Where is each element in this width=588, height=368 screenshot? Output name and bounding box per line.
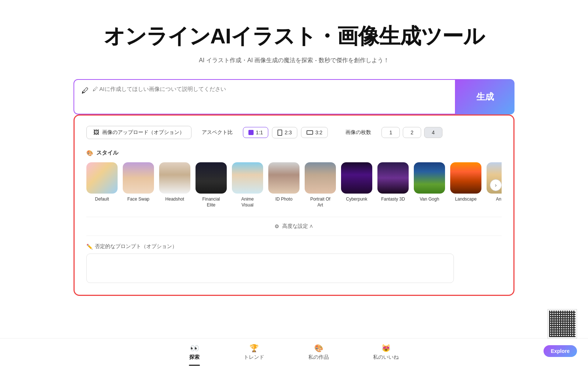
style-thumb-image-fantasy3d xyxy=(377,162,409,194)
style-header: 🎨 スタイル xyxy=(86,149,502,156)
myworks-nav-icon: 🎨 xyxy=(314,344,323,353)
aspect-1-1-label: 1:1 xyxy=(256,130,263,135)
style-item-anime-visual[interactable]: AnimeVisual xyxy=(232,162,263,208)
upload-label: 画像のアップロード（オプション） xyxy=(102,129,184,136)
trending-nav-icon: 🏆 xyxy=(250,344,259,353)
count-4-button[interactable]: 4 xyxy=(424,127,442,138)
style-item-portrait-label: Portrait OfArt xyxy=(310,197,330,208)
style-thumb-image-portrait xyxy=(305,162,336,194)
style-thumb-headshot xyxy=(159,162,190,194)
qr-code-image xyxy=(549,311,576,337)
style-item-faceswap-label: Face Swap xyxy=(127,197,149,202)
nav-item-explore[interactable]: 👀 探索 xyxy=(189,344,200,361)
prompt-input[interactable] xyxy=(93,86,448,108)
style-thumb-image-vangogh xyxy=(414,162,445,194)
nav-item-trending[interactable]: 🏆 トレンド xyxy=(244,344,264,361)
image-count-label: 画像の枚数 xyxy=(345,129,371,136)
style-thumb-fantasy3d xyxy=(377,162,409,194)
style-scroll-right-button[interactable]: › xyxy=(490,179,502,191)
style-thumb-financial xyxy=(196,162,227,194)
style-thumb-faceswap xyxy=(123,162,154,194)
upload-button[interactable]: 🖼 画像のアップロード（オプション） xyxy=(86,126,191,139)
upload-icon: 🖼 xyxy=(93,129,99,136)
negative-prompt-label: ✏️ 否定的なプロンプト（オプション） xyxy=(86,243,502,250)
explore-nav-label: 探索 xyxy=(189,354,200,361)
aspect-2-3-button[interactable]: 2:3 xyxy=(272,127,297,138)
aspect-3-2-label: 3:2 xyxy=(315,130,322,135)
explore-nav-icon: 👀 xyxy=(190,344,199,353)
style-item-idphoto-label: ID Photo xyxy=(275,197,293,202)
aspect-ratio-label: アスペクト比 xyxy=(202,129,233,136)
prompt-input-wrapper: 🖊 xyxy=(74,79,456,114)
style-thumb-image-headshot xyxy=(159,162,190,194)
pencil-icon: ✏️ xyxy=(86,244,93,250)
pencil-icon: 🖊 xyxy=(82,86,89,95)
style-thumb-image-default xyxy=(86,162,118,194)
options-row: 🖼 画像のアップロード（オプション） アスペクト比 1:1 2:3 3:2 xyxy=(86,126,502,139)
count-2-button[interactable]: 2 xyxy=(403,127,421,138)
style-thumb-image-faceswap xyxy=(123,162,154,194)
style-item-vangogh-label: Van Gogh xyxy=(420,197,439,202)
myworks-nav-label: 私の作品 xyxy=(308,354,329,361)
style-thumb-cyberpunk xyxy=(341,162,372,194)
style-thumb-default xyxy=(86,162,118,194)
style-item-landscape[interactable]: Landscape xyxy=(450,162,481,202)
style-item-cyberpunk-label: Cyberpunk xyxy=(346,197,367,202)
aspect-3-2-icon xyxy=(306,130,313,135)
bottom-nav: 👀 探索 🏆 トレンド 🎨 私の作品 😻 私のいいね xyxy=(0,338,588,368)
style-item-vangogh[interactable]: Van Gogh xyxy=(414,162,445,202)
negative-prompt-input[interactable] xyxy=(86,254,454,283)
advanced-settings-label: 高度な設定 ∧ xyxy=(282,223,314,230)
style-thumb-image-anime-visual xyxy=(232,162,263,194)
style-item-anime2-label: Anime xyxy=(496,197,502,202)
style-thumb-idphoto xyxy=(268,162,300,194)
style-label: スタイル xyxy=(96,149,118,156)
count-options: 1 2 4 xyxy=(381,127,442,138)
page-wrapper: オンラインAIイラスト・画像生成ツール AI イラスト作成・AI 画像生成の魔法… xyxy=(0,0,588,296)
options-panel: 🖼 画像のアップロード（オプション） アスペクト比 1:1 2:3 3:2 xyxy=(74,114,514,296)
aspect-2-3-icon xyxy=(277,130,282,136)
style-thumb-image-cyberpunk xyxy=(341,162,372,194)
style-thumb-image-idphoto xyxy=(268,162,300,194)
nav-item-likes[interactable]: 😻 私のいいね xyxy=(373,344,399,361)
style-item-financial-label: FinancialElite xyxy=(202,197,220,208)
style-item-headshot-label: Headshot xyxy=(165,197,184,202)
count-1-button[interactable]: 1 xyxy=(381,127,400,138)
style-item-default-label: Default xyxy=(95,197,109,202)
qr-code xyxy=(548,309,577,339)
likes-nav-label: 私のいいね xyxy=(373,354,399,361)
aspect-2-3-label: 2:3 xyxy=(284,130,291,135)
nav-item-myworks[interactable]: 🎨 私の作品 xyxy=(308,344,329,361)
style-thumb-vangogh xyxy=(414,162,445,194)
style-thumb-portrait xyxy=(305,162,336,194)
generate-button[interactable]: 生成 xyxy=(456,79,514,114)
style-section: 🎨 スタイル Default Face Swap xyxy=(86,149,502,208)
style-item-headshot[interactable]: Headshot xyxy=(159,162,190,202)
style-item-anime-visual-label: AnimeVisual xyxy=(241,197,254,208)
style-item-idphoto[interactable]: ID Photo xyxy=(268,162,300,202)
explore-button[interactable]: Explore xyxy=(544,345,577,357)
style-icon: 🎨 xyxy=(86,150,93,156)
negative-prompt-label-text: 否定的なプロンプト（オプション） xyxy=(95,243,177,250)
style-thumb-landscape xyxy=(450,162,481,194)
style-item-landscape-label: Landscape xyxy=(455,197,477,202)
style-thumb-image-financial xyxy=(196,162,227,194)
style-thumb-image-landscape xyxy=(450,162,481,194)
gear-icon: ⚙ xyxy=(275,223,279,229)
page-title: オンラインAIイラスト・画像生成ツール xyxy=(104,22,484,51)
style-item-portrait[interactable]: Portrait OfArt xyxy=(305,162,336,208)
trending-nav-label: トレンド xyxy=(244,354,264,361)
style-item-default[interactable]: Default xyxy=(86,162,118,202)
style-item-fantasy3d[interactable]: Fantasty 3D xyxy=(377,162,409,202)
style-grid-container: Default Face Swap Headshot xyxy=(86,162,502,208)
page-subtitle: AI イラスト作成・AI 画像生成の魔法を探索 - 数秒で傑作を創作しよう！ xyxy=(199,57,389,64)
style-item-faceswap[interactable]: Face Swap xyxy=(123,162,154,202)
aspect-1-1-button[interactable]: 1:1 xyxy=(243,127,268,138)
style-item-fantasy3d-label: Fantasty 3D xyxy=(381,197,405,202)
style-item-cyberpunk[interactable]: Cyberpunk xyxy=(341,162,372,202)
advanced-settings-toggle[interactable]: ⚙ 高度な設定 ∧ xyxy=(86,217,502,236)
style-item-financial[interactable]: FinancialElite xyxy=(196,162,227,208)
style-thumb-anime-visual xyxy=(232,162,263,194)
aspect-3-2-button[interactable]: 3:2 xyxy=(301,127,328,138)
likes-nav-icon: 😻 xyxy=(381,344,391,353)
